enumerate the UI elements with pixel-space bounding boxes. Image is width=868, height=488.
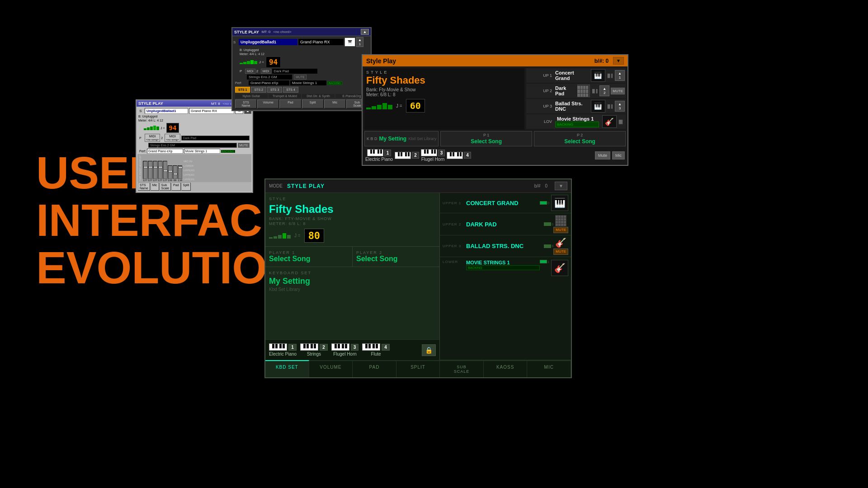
win1-slider-4[interactable]: 127 — [158, 161, 162, 182]
win3-key4[interactable]: 4 — [447, 152, 471, 160]
win2-btn-split[interactable]: Split — [302, 99, 324, 108]
win1-slider-1[interactable]: 127 — [143, 161, 147, 182]
win1-btn-mic[interactable]: Mic — [151, 183, 159, 191]
win4-lock-icon[interactable]: 🔒 — [422, 344, 436, 356]
win2-btn-sts-name[interactable]: STSName — [235, 99, 257, 108]
win3-meter: Meter: 6/8 L: 8 — [366, 92, 523, 97]
win3-p2-btn[interactable]: Select Song — [537, 138, 623, 145]
win3-lower-sound[interactable]: Movie Strings 1 — [555, 116, 599, 122]
win4-upper3-vol-area: 0 — [544, 244, 553, 248]
win3-up1-sound[interactable]: Concert Grand — [553, 70, 590, 81]
win4-bpm: 80 — [304, 229, 325, 243]
win1-btn-split[interactable]: Split — [181, 183, 191, 191]
win3-mic-btn[interactable]: Mic — [612, 151, 625, 160]
win4-meter: METER: 6/8 L: 8 — [269, 221, 436, 226]
win4-key4-name: Flute — [371, 352, 381, 357]
win4-tab-split[interactable]: SPLIT — [396, 361, 440, 377]
win1-p2-num: 2 — [161, 136, 164, 140]
win2-sts4-btn[interactable]: STS 4 — [283, 87, 298, 93]
win4-key4[interactable]: 4 Flute — [362, 343, 390, 357]
win1-style-name[interactable]: UnplugedBallad1 — [145, 108, 188, 114]
win1-info: B: Unplugged — [137, 114, 251, 118]
win1-slider-7[interactable]: 69 — [173, 165, 177, 182]
win4-upper3-mute[interactable]: MUTE — [553, 249, 568, 255]
win3-key2[interactable]: 2 — [395, 152, 419, 160]
win4-key3[interactable]: 3 Flugel Horn — [331, 343, 359, 357]
win2-sts2-btn[interactable]: STS 2 — [251, 87, 266, 93]
win3-key1-num: 1 — [384, 150, 392, 156]
win1-movie-sound[interactable]: Movie Strings 1 — [184, 149, 220, 154]
win1-slider-8[interactable]: 116 — [178, 165, 182, 182]
win2-sts1-btn[interactable]: STS 1 — [235, 87, 250, 93]
win4-p2-btn[interactable]: Select Song — [356, 255, 436, 263]
win4-upper2-mute-area: MUTE — [553, 215, 568, 233]
win1-meter: Meter: 4/4 L: 4 12 — [138, 119, 163, 122]
win4-kbd-name: My Setting — [269, 277, 436, 286]
win3-up3-sound[interactable]: Ballad Strs. DNC — [553, 101, 590, 112]
win3-lower-label: LOV — [527, 119, 552, 124]
win4-p1-btn[interactable]: Select Song — [269, 255, 349, 263]
win4-upper1-icon: 🎹 — [551, 195, 568, 211]
win4-tab-pad[interactable]: PAD — [353, 361, 396, 377]
win3-up3-btn[interactable]: ▲3 — [615, 101, 625, 112]
win3-strings-icon2 — [577, 84, 590, 97]
win1-slider-3[interactable]: 127 — [153, 161, 157, 182]
win3-p1-btn[interactable]: Select Song — [443, 138, 529, 145]
win4-tab-kaoss[interactable]: KAOSS — [484, 361, 528, 377]
win4-lower-sound[interactable]: MOVIE STRINGS 1 — [466, 260, 540, 265]
win4-menu-btn[interactable]: ▼ — [555, 182, 567, 190]
win4-kbd-label: KEYBOARD SET — [269, 271, 436, 275]
win4-upper1-sound[interactable]: CONCERT GRAND — [466, 200, 540, 206]
win2-sound-name[interactable]: Grand Piano RX — [298, 39, 344, 45]
win3-menu-btn[interactable]: ▼ — [613, 57, 624, 65]
win4-tab-volume[interactable]: VOLUME — [309, 361, 353, 377]
win2-menu-btn[interactable]: ▲ — [361, 29, 369, 35]
win4-tab-mic[interactable]: MIC — [527, 361, 571, 377]
win2-bpm: 94 — [266, 56, 281, 68]
win3-up1-btn[interactable]: ▲1 — [615, 70, 625, 81]
win1-mute[interactable]: MUTE — [238, 143, 250, 148]
win1-btn-pad[interactable]: Pad — [171, 183, 180, 191]
win4-bflat: b/# — [534, 183, 541, 188]
win1-sound-name[interactable]: Grand Piano RX — [189, 108, 234, 114]
win4-key2[interactable]: 2 Strings — [300, 343, 328, 357]
win1-slider-5[interactable]: 127 — [163, 161, 167, 182]
win3-key2-icon — [395, 152, 411, 159]
win3-player1: P 1 Select Song — [440, 131, 532, 146]
win2-movie-sound[interactable]: Movie Strings 1 — [290, 80, 326, 85]
win4-key1[interactable]: 1 Electric Piano — [269, 343, 297, 357]
win1-btn-sub-scale[interactable]: SubScale — [160, 183, 171, 191]
win2-btn-pad[interactable]: Pad — [279, 99, 301, 108]
window2-style-play: STYLE PLAY MT: 0 <no chord> ▲ S Unplugge… — [231, 27, 372, 111]
win1-slider-6[interactable]: 100 — [168, 165, 172, 182]
win4-upper3-sound[interactable]: BALLAD STRS. DNC — [466, 243, 544, 249]
win2-sts3-btn[interactable]: STS 3 — [267, 87, 282, 93]
win2-btn-volume[interactable]: Volume — [257, 99, 279, 108]
win3-key4-num: 4 — [464, 152, 471, 159]
win3-key4-icon — [447, 152, 463, 159]
win4-upper2-sound[interactable]: DARK PAD — [466, 221, 544, 228]
win2-perf-sound[interactable]: Grand Piano eXp — [249, 80, 289, 85]
win3-mute-right[interactable]: Mute — [595, 151, 610, 160]
win2-up1-btn[interactable]: ▲1 — [356, 37, 363, 47]
win1-sliders-section: O/R PERF HOOKUP 127 127 127 127 — [137, 154, 251, 182]
win2-strings: Strings Ens.2 GM — [247, 75, 292, 80]
win3-key1[interactable]: 1 Electric Piano — [365, 149, 393, 162]
win4-tab-sub-scale[interactable]: SUBSCALE — [440, 361, 484, 377]
win2-mute[interactable]: MUTE — [294, 75, 307, 80]
win1-slider-2[interactable]: 127 — [148, 161, 152, 182]
win3-key3[interactable]: 3 Flugel Horn — [421, 149, 445, 162]
win1-backing: BACKING — [221, 150, 235, 153]
win4-key2-num: 2 — [320, 344, 328, 351]
win3-up2-btn[interactable]: ▲2 — [599, 85, 609, 96]
win3-key2-num: 2 — [412, 152, 419, 159]
win1-btn-sts-name[interactable]: STSName — [138, 183, 150, 191]
win1-perf-sound[interactable]: Grand Piano eXp — [147, 149, 183, 154]
win4-upper2-mute[interactable]: MUTE — [553, 227, 568, 233]
win4-tab-kbd-set[interactable]: KBD SET — [265, 360, 309, 377]
win2-btn-mic[interactable]: Mic — [324, 99, 346, 108]
win3-up1-label: UP 1 — [527, 73, 552, 78]
win3-up2-mute[interactable]: MUTE — [611, 88, 625, 94]
win3-up2-sound[interactable]: Dark Pad — [553, 85, 576, 96]
win2-style-name[interactable]: UnpluggedBallad1 — [239, 39, 297, 45]
